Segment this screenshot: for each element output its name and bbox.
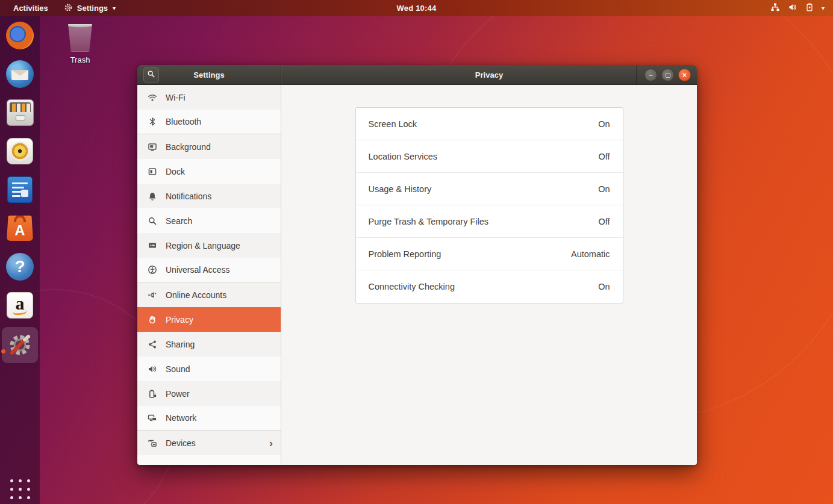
sidebar-title: Settings [193, 70, 224, 79]
close-button[interactable]: × [678, 69, 691, 81]
row-value: On [598, 282, 610, 291]
chevron-down-icon: ▾ [822, 5, 825, 11]
amazon-letter: a [16, 296, 25, 311]
activities-button[interactable]: Activities [11, 2, 51, 14]
sidebar-item-wifi[interactable]: Wi-Fi [137, 85, 281, 110]
top-bar: Activities Settings ▾ Wed 10:44 ▾ [0, 0, 833, 16]
sidebar-item-devices[interactable]: Devices › [137, 431, 281, 455]
notifications-bell-icon [148, 191, 157, 201]
sidebar-item-privacy[interactable]: Privacy [137, 307, 281, 332]
dock-item-thunderbird[interactable] [5, 60, 34, 89]
sidebar-item-label: Notifications [166, 191, 211, 201]
sidebar-item-power[interactable]: Power [137, 381, 281, 406]
dock-item-libreoffice-writer[interactable] [5, 175, 34, 204]
row-value: Off [598, 152, 610, 161]
network-wired-icon [770, 2, 780, 14]
minimize-button[interactable]: − [644, 69, 657, 81]
sidebar-item-background[interactable]: Background [137, 134, 281, 159]
battery-charging-icon [805, 2, 814, 14]
row-location-services[interactable]: Location Services Off [356, 140, 623, 173]
software-letter: A [14, 222, 25, 239]
settings-window: Settings Privacy − × Wi-Fi [137, 65, 697, 465]
wifi-icon [148, 93, 157, 102]
row-label: Usage & History [369, 184, 432, 194]
sidebar-item-network[interactable]: Network [137, 406, 281, 431]
window-title: Privacy [475, 70, 503, 79]
clock[interactable]: Wed 10:44 [397, 0, 437, 16]
sidebar-item-universal-access[interactable]: Universal Access [137, 258, 281, 282]
region-language-flag-icon [148, 241, 157, 250]
sidebar-header: Settings [137, 65, 281, 84]
row-connectivity-checking[interactable]: Connectivity Checking On [356, 270, 623, 303]
search-icon [148, 216, 157, 226]
sidebar-item-label: Dock [166, 167, 185, 176]
settings-icon [7, 332, 33, 358]
search-icon [147, 70, 155, 81]
chevron-right-icon: › [269, 437, 273, 450]
bluetooth-icon [148, 117, 157, 126]
app-grid-button[interactable] [7, 476, 33, 502]
minimize-icon: − [649, 72, 653, 79]
trash-icon [68, 24, 92, 52]
ubuntu-software-icon: A [7, 216, 33, 241]
row-usage-history[interactable]: Usage & History On [356, 173, 623, 205]
sidebar-item-notifications[interactable]: Notifications [137, 184, 281, 208]
header-separator [636, 65, 637, 85]
system-tray[interactable]: ▾ [770, 0, 833, 16]
dock-item-ubuntu-software[interactable]: A [5, 214, 34, 243]
app-menu-button[interactable]: Settings ▾ [64, 3, 116, 14]
search-button[interactable] [143, 67, 159, 82]
sidebar-item-sharing[interactable]: Sharing [137, 332, 281, 356]
sidebar-item-dock[interactable]: Dock [137, 159, 281, 184]
row-value: On [598, 119, 610, 129]
firefox-icon [6, 22, 34, 49]
trash-label: Trash [60, 55, 100, 64]
settings-gear-icon [64, 3, 73, 14]
sidebar-item-online-accounts[interactable]: Online Accounts [137, 282, 281, 307]
privacy-hand-icon [148, 315, 157, 325]
power-battery-icon [148, 389, 157, 399]
sidebar-item-bluetooth[interactable]: Bluetooth [137, 110, 281, 134]
sidebar-item-label: Background [166, 142, 211, 152]
sidebar-item-search[interactable]: Search [137, 208, 281, 233]
sidebar-item-region-language[interactable]: Region & Language [137, 233, 281, 258]
row-value: Off [598, 217, 610, 226]
dock-item-settings-active[interactable] [2, 327, 38, 363]
settings-sidebar: Wi-Fi Bluetooth Background Dock Notifica… [137, 85, 281, 465]
sidebar-item-label: Network [166, 413, 196, 423]
libreoffice-writer-icon [7, 176, 33, 203]
sidebar-item-label: Sound [166, 364, 190, 374]
sidebar-item-label: Privacy [166, 315, 193, 325]
row-label: Purge Trash & Temporary Files [369, 217, 489, 226]
sidebar-item-label: Universal Access [166, 265, 230, 275]
close-icon: × [682, 72, 687, 79]
dock-item-files[interactable] [5, 98, 34, 127]
help-icon: ? [6, 253, 34, 281]
amazon-icon: a [7, 292, 33, 319]
desktop-trash[interactable]: Trash [60, 24, 100, 64]
sidebar-item-label: Wi-Fi [166, 93, 186, 102]
dock-item-rhythmbox[interactable] [5, 137, 34, 166]
privacy-settings-list: Screen Lock On Location Services Off Usa… [355, 107, 623, 303]
sidebar-item-label: Region & Language [166, 241, 240, 250]
row-screen-lock[interactable]: Screen Lock On [356, 108, 623, 140]
main-header: Privacy − × [281, 65, 697, 84]
sound-speaker-icon [148, 364, 157, 374]
dock-item-help[interactable]: ? [5, 252, 34, 281]
sidebar-item-label: Search [166, 216, 192, 226]
maximize-icon [666, 73, 670, 78]
titlebar[interactable]: Settings Privacy − × [137, 65, 697, 85]
row-purge-trash[interactable]: Purge Trash & Temporary Files Off [356, 205, 623, 238]
help-question-mark: ? [14, 257, 25, 276]
dock-item-firefox[interactable] [5, 21, 34, 50]
files-icon [7, 99, 34, 126]
dock: A ? a [0, 16, 40, 504]
background-icon [148, 142, 157, 152]
row-problem-reporting[interactable]: Problem Reporting Automatic [356, 238, 623, 270]
maximize-button[interactable] [661, 69, 674, 81]
sharing-icon [148, 340, 157, 349]
dock-item-amazon[interactable]: a [5, 291, 34, 320]
row-label: Location Services [369, 152, 437, 161]
sidebar-item-label: Online Accounts [166, 290, 226, 300]
sidebar-item-sound[interactable]: Sound [137, 356, 281, 381]
